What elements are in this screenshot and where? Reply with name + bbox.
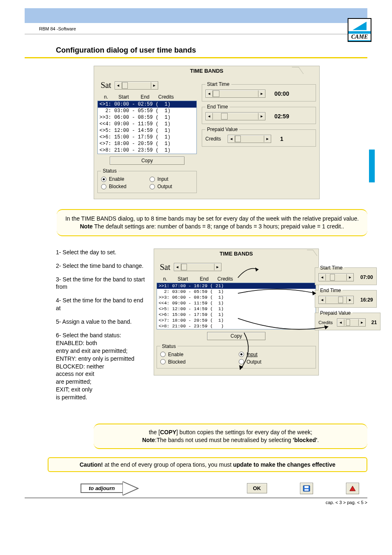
list-item[interactable]: <>8: 21:00 - 23:59 ( )	[157, 323, 316, 329]
credits-scrollbar[interactable]: ◄ ►	[337, 318, 366, 327]
credits-value: 1	[275, 136, 284, 142]
end-time-value: 02:59	[270, 113, 289, 120]
status-output-radio[interactable]: Output	[239, 359, 312, 365]
list-item[interactable]: <>7: 18:00 - 20:59 ( 1)	[157, 318, 316, 323]
bands-listbox[interactable]: <>1: 00:00 - 02:59 ( 1) 2: 03:00 - 05:59…	[97, 101, 197, 154]
copy-button[interactable]: Copy	[207, 332, 265, 340]
end-time-scrollbar[interactable]: ◄ ►	[318, 296, 354, 304]
top-color-band	[25, 8, 367, 23]
copy-note-box: the [COPY] button copies the settings fo…	[94, 424, 367, 449]
status-output-radio[interactable]: Output	[150, 184, 193, 189]
start-time-scrollbar[interactable]: ◄ ►	[205, 90, 265, 98]
scroll-right-icon[interactable]: ►	[214, 264, 221, 270]
floppy-disk-icon	[303, 485, 310, 492]
list-item[interactable]: 2: 03:00 - 05:59 ( 1)	[98, 108, 196, 114]
list-item[interactable]: <>5: 12:00 - 14:59 ( 1)	[157, 306, 316, 312]
start-time-value: 00:00	[270, 90, 289, 97]
svg-marker-0	[353, 22, 367, 30]
time-bands-dialog: TIME BANDS Sat ◄ ► n. Start End Credits …	[94, 66, 320, 199]
list-item[interactable]: <>6: 15:00 - 17:59 ( 1)	[98, 134, 196, 140]
brand-logo-text: CAME	[348, 34, 371, 40]
save-button[interactable]	[300, 483, 313, 494]
time-bands-dialog-example: TIME BANDS Sat ◄ ► n. Start End	[154, 249, 319, 375]
day-scrollbar[interactable]: ◄ ►	[174, 263, 221, 271]
scroll-left-icon[interactable]: ◄	[319, 274, 326, 281]
section-title: Configuration dialog of user time bands	[56, 46, 392, 55]
scroll-left-icon[interactable]: ◄	[206, 90, 213, 97]
exit-icon	[349, 485, 356, 492]
scroll-right-icon[interactable]: ►	[346, 297, 353, 303]
scroll-left-icon[interactable]: ◄	[115, 82, 122, 89]
doc-product-line: RBM 84 -Software	[39, 26, 392, 31]
scroll-right-icon[interactable]: ►	[258, 90, 265, 97]
svg-rect-8	[304, 489, 309, 491]
prepaid-value-fieldset: Prepaid Value Credits ◄ ► 21	[315, 310, 380, 330]
list-item[interactable]: <<4: 09:00 - 11:59 ( 1)	[98, 121, 196, 127]
list-item[interactable]: <>8: 21:00 - 23:59 ( 1)	[98, 147, 196, 154]
status-input-radio[interactable]: Input	[150, 176, 193, 182]
list-item[interactable]: 2: 03:00 - 05:59 ( 1)	[157, 289, 316, 295]
scroll-right-icon[interactable]: ►	[358, 319, 365, 326]
status-blocked-radio[interactable]: Blocked	[101, 184, 145, 189]
bands-listbox[interactable]: >>1: 07:00 - 16:29 ( 21) 2: 03:00 - 05:5…	[157, 283, 316, 329]
page-side-tab	[369, 150, 375, 182]
ok-button[interactable]: OK	[247, 483, 267, 493]
svg-rect-7	[304, 486, 309, 488]
credits-label: Credits	[318, 320, 333, 325]
caution-box: Caution! at the end of every group of op…	[48, 457, 367, 472]
status-fieldset: Status Enable Input Blocked Output	[97, 168, 197, 193]
scroll-right-icon[interactable]: ►	[264, 136, 271, 142]
end-time-value: 16:29	[358, 297, 373, 303]
svg-marker-9	[350, 486, 355, 491]
end-time-fieldset: End Time ◄ ► 02:59	[202, 104, 316, 124]
dialog-title: TIME BANDS	[94, 66, 319, 76]
copy-button[interactable]: Copy	[110, 157, 184, 165]
scroll-left-icon[interactable]: ◄	[174, 264, 181, 270]
scroll-right-icon[interactable]: ►	[258, 113, 265, 120]
status-input-radio[interactable]: Input	[239, 352, 312, 357]
list-item[interactable]: >>3: 06:00 - 08:59 ( 1)	[98, 114, 196, 121]
status-blocked-radio[interactable]: Blocked	[160, 359, 234, 365]
day-label: Sat	[101, 81, 111, 90]
list-item[interactable]: >>1: 07:00 - 16:29 ( 21)	[157, 283, 316, 289]
day-label: Sat	[160, 263, 171, 272]
end-time-fieldset: End Time ◄ ► 16:29	[315, 288, 377, 308]
svg-marker-5	[122, 481, 138, 495]
scroll-left-icon[interactable]: ◄	[206, 113, 213, 120]
start-time-scrollbar[interactable]: ◄ ►	[318, 273, 354, 281]
instructions-text: 1- Select the day to set. 2- Select the …	[56, 249, 146, 407]
scroll-right-icon[interactable]: ►	[151, 82, 158, 89]
list-item[interactable]: <>6: 15:00 - 17:59 ( 1)	[157, 312, 316, 318]
exit-button[interactable]	[346, 483, 359, 494]
day-scrollbar[interactable]: ◄ ►	[115, 81, 158, 90]
prepaid-value-fieldset: Prepaid Value Credits ◄ ► 1	[202, 127, 316, 147]
status-fieldset: Status Enable Input Blocked Output	[157, 343, 316, 368]
scroll-left-icon[interactable]: ◄	[319, 297, 326, 303]
adjourn-callout: to adjourn	[81, 481, 139, 495]
brand-logo: CAME	[348, 18, 371, 42]
start-time-fieldset: Start Time ◄ ► 07:00	[315, 265, 377, 285]
list-item[interactable]: <>5: 12:00 - 14:59 ( 1)	[98, 127, 196, 134]
credits-label: Credits	[205, 136, 224, 142]
bands-list-header: n. Start End Credits	[157, 275, 316, 283]
list-item[interactable]: <<4: 09:00 - 11:59 ( 1)	[157, 300, 316, 306]
list-item[interactable]: >>3: 06:00 - 08:59 ( 1)	[157, 295, 316, 300]
info-note-box: In the TIME BANDS dialog, up to 8 time b…	[57, 209, 367, 236]
dialog-title: TIME BANDS	[154, 249, 318, 258]
scroll-left-icon[interactable]: ◄	[228, 136, 235, 142]
credits-scrollbar[interactable]: ◄ ►	[228, 135, 271, 143]
status-enable-radio[interactable]: Enable	[160, 352, 234, 357]
start-time-value: 07:00	[358, 274, 373, 280]
page-footer: cap. < 3 > pag. < 5 >	[0, 500, 367, 505]
credits-value: 21	[370, 320, 377, 325]
start-time-fieldset: Start Time ◄ ► 00:00	[202, 81, 316, 101]
scroll-right-icon[interactable]: ►	[346, 274, 353, 281]
end-time-scrollbar[interactable]: ◄ ►	[205, 112, 265, 120]
status-enable-radio[interactable]: Enable	[101, 176, 145, 182]
list-item[interactable]: <>7: 18:00 - 20:59 ( 1)	[98, 140, 196, 147]
scroll-left-icon[interactable]: ◄	[337, 319, 344, 326]
bands-list-header: n. Start End Credits	[97, 93, 197, 101]
list-item[interactable]: <>1: 00:00 - 02:59 ( 1)	[98, 101, 196, 108]
